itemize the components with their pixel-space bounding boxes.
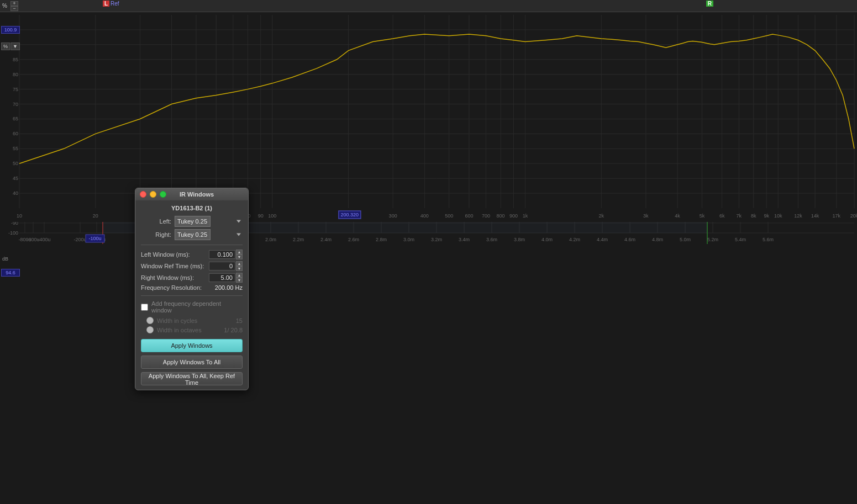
dialog-body: YD1613-B2 (1) Left: Tukey 0.25 Right: Tu… xyxy=(135,200,248,390)
width-cycles-label: Width in cycles xyxy=(157,317,234,324)
percent-label: % xyxy=(2,3,7,9)
left-type-select[interactable]: Tukey 0.25 xyxy=(175,216,211,227)
ir-windows-dialog: IR Windows YD1613-B2 (1) Left: Tukey 0.2… xyxy=(135,188,249,390)
dialog-subtitle: YD1613-B2 (1) xyxy=(141,205,243,211)
width-octaves-label: Width in octaves xyxy=(157,327,222,333)
right-type-select[interactable]: Tukey 0.25 xyxy=(175,229,211,240)
top-toolbar: % + − L Ref R xyxy=(0,0,857,12)
zoom-controls: + − xyxy=(10,1,18,11)
left-label: Left: xyxy=(141,218,171,225)
db-label-upper: dB xyxy=(2,256,8,262)
freq-res-row: Frequency Resolution: 200.00 Hz xyxy=(141,284,243,291)
divider-1 xyxy=(141,245,243,245)
freq-res-label: Frequency Resolution: xyxy=(141,284,215,291)
left-window-ms-label: Left Window (ms): xyxy=(141,251,209,258)
main-chart-area: dB 100.9 94.6 % ▼ IR Windows YD1613-B2 (… xyxy=(0,12,857,504)
right-type-select-wrapper: Tukey 0.25 xyxy=(175,229,243,240)
add-freq-dep-label: Add frequency dependent window xyxy=(151,300,243,314)
right-window-up[interactable]: ▲ xyxy=(236,273,243,278)
right-window-down[interactable]: ▼ xyxy=(236,278,243,283)
width-octaves-row: Width in octaves 1/ 20.8 xyxy=(141,326,243,333)
window-ref-down[interactable]: ▼ xyxy=(236,266,243,271)
right-window-type-row: Right: Tukey 0.25 xyxy=(141,229,243,240)
dialog-titlebar: IR Windows xyxy=(135,188,248,200)
lower-value-box: 94.6 xyxy=(1,269,20,277)
marker-l-top: L xyxy=(103,1,109,7)
window-ref-time-value[interactable]: 0 xyxy=(209,262,235,270)
apply-windows-btn[interactable]: Apply Windows xyxy=(141,339,243,352)
window-ref-up[interactable]: ▲ xyxy=(236,261,243,266)
apply-windows-to-all-btn[interactable]: Apply Windows To All xyxy=(141,356,243,369)
left-window-down[interactable]: ▼ xyxy=(236,254,243,259)
left-window-spinner: ▲ ▼ xyxy=(236,250,243,259)
window-ref-time-row: Window Ref Time (ms): 0 ▲ ▼ xyxy=(141,261,243,271)
window-ref-spinner: ▲ ▼ xyxy=(236,261,243,271)
ref-label-top: Ref xyxy=(111,1,119,7)
left-window-type-row: Left: Tukey 0.25 xyxy=(141,216,243,227)
unit-dropdown-btn[interactable]: ▼ xyxy=(10,43,20,50)
left-type-select-wrapper: Tukey 0.25 xyxy=(175,216,243,227)
close-btn[interactable] xyxy=(140,191,146,198)
left-select-arrow xyxy=(236,220,241,223)
dialog-title: IR Windows xyxy=(150,191,244,198)
width-cycles-row: Width in cycles 15 xyxy=(141,317,243,324)
divider-2 xyxy=(141,295,243,296)
left-window-ms-row: Left Window (ms): 0.100 ▲ ▼ xyxy=(141,250,243,259)
width-cycles-value: 15 xyxy=(236,317,243,324)
apply-windows-to-all-keep-ref-btn[interactable]: Apply Windows To All, Keep Ref Time xyxy=(141,372,243,385)
marker-r-top: R xyxy=(706,1,713,7)
width-cycles-radio[interactable] xyxy=(146,317,154,324)
freq-res-value: 200.00 Hz xyxy=(215,284,243,291)
add-freq-dep-row: Add frequency dependent window xyxy=(141,300,243,314)
right-window-ms-label: Right Window (ms): xyxy=(141,274,209,281)
unit-label: % xyxy=(1,43,10,50)
right-window-spinner: ▲ ▼ xyxy=(236,273,243,283)
lower-chart-canvas[interactable] xyxy=(0,12,857,222)
right-window-ms-row: Right Window (ms): 5.00 ▲ ▼ xyxy=(141,273,243,283)
left-window-up[interactable]: ▲ xyxy=(236,250,243,254)
width-octaves-value: 1/ 20.8 xyxy=(224,327,243,333)
right-window-ms-value[interactable]: 5.00 xyxy=(209,273,235,282)
unit-selector-area: % ▼ xyxy=(1,43,20,50)
width-octaves-radio[interactable] xyxy=(146,326,154,333)
right-select-arrow xyxy=(236,234,241,236)
zoom-out-btn[interactable]: − xyxy=(10,6,18,11)
upper-value-box: 100.9 xyxy=(1,26,20,34)
right-label: Right: xyxy=(141,231,171,238)
window-ref-time-label: Window Ref Time (ms): xyxy=(141,263,209,269)
add-freq-dep-checkbox[interactable] xyxy=(141,304,148,311)
left-window-ms-value[interactable]: 0.100 xyxy=(209,250,235,259)
